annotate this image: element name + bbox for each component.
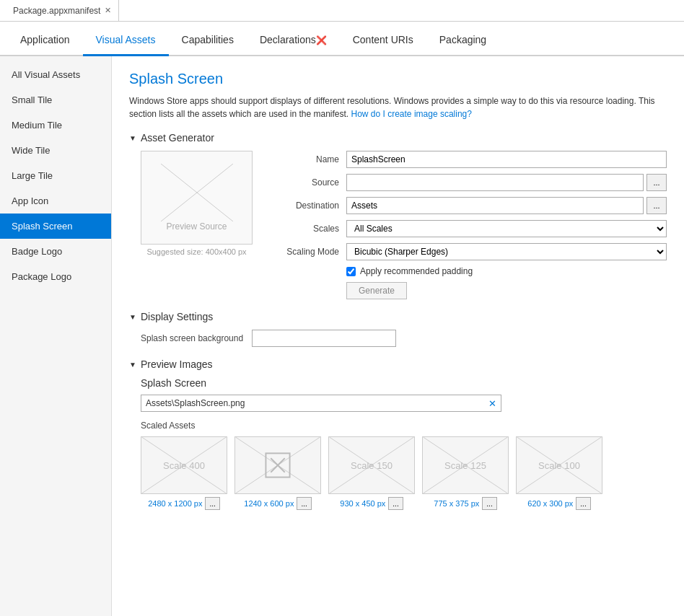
path-text: Assets\SplashScreen.png [141,395,484,412]
nav-tab-content-uris[interactable]: Content URIs [340,25,426,56]
main-layout: All Visual AssetsSmall TileMedium TileWi… [0,56,684,616]
scale-size-0: 2480 x 1200 px [148,499,202,508]
scale-item-4: Scale 100620 x 300 px... [516,436,602,510]
scale-size-4: 620 x 300 px [527,499,573,508]
scaling-mode-input-row: Bicubic (Sharper Edges) Bicubic Nearest … [346,243,667,260]
padding-checkbox-row: Apply recommended padding [346,266,667,276]
padding-checkbox[interactable] [346,267,356,276]
page-title: Splash Screen [129,71,667,87]
preview-size: Suggested size: 400x400 px [141,247,253,256]
scale-size-1: 1240 x 600 px [244,499,294,508]
display-settings-label: Display Settings [141,311,213,322]
nav-tab-declarations[interactable]: Declarations❌ [247,25,340,56]
scale-item-3: Scale 125775 x 375 px... [422,436,509,510]
path-clear-btn[interactable]: ✕ [484,398,501,409]
scale-preview-0: Scale 400 [141,436,227,494]
bg-color-input[interactable] [252,330,396,347]
nav-tab-packaging[interactable]: Packaging [426,25,499,56]
generate-btn-container: Generate [346,282,667,299]
scale-label-3: Scale 125 [444,460,486,471]
source-label: Source [274,177,339,188]
collapse-arrow-icon: ▼ [129,134,136,142]
sidebar-item-splash-screen[interactable]: Splash Screen [0,214,111,239]
scale-label-0: Scale 400 [163,460,205,471]
sidebar-item-large-tile[interactable]: Large Tile [0,163,111,188]
asset-generator-body: Preview Source Suggested size: 400x400 p… [141,151,667,299]
source-input[interactable] [346,174,644,191]
asset-generator-header[interactable]: ▼ Asset Generator [129,132,667,144]
title-bar: Package.appxmanifest ✕ [0,0,684,22]
preview-box-container: Preview Source Suggested size: 400x400 p… [141,151,253,299]
scale-label-4: Scale 100 [538,460,580,471]
scale-browse-btn-0[interactable]: ... [205,497,219,510]
sidebar-item-app-icon[interactable]: App Icon [0,188,111,214]
scale-label-2: Scale 150 [351,460,393,471]
generate-button[interactable]: Generate [346,282,407,299]
scale-browse-btn-2[interactable]: ... [388,497,403,510]
sidebar-item-package-logo[interactable]: Package Logo [0,264,111,289]
sidebar-item-wide-tile[interactable]: Wide Tile [0,138,111,163]
scales-select[interactable]: All Scales 100 125 150 200 400 [346,220,667,237]
scale-item-1: 1240 x 600 px... [234,436,321,510]
scale-info-row-2: 930 x 450 px... [340,497,403,510]
name-input[interactable] [346,151,667,168]
nav-tab-visual-assets[interactable]: Visual Assets [83,25,169,56]
sidebar-item-medium-tile[interactable]: Medium Tile [0,113,111,138]
preview-images-header[interactable]: ▼ Preview Images [129,358,667,370]
display-settings-header[interactable]: ▼ Display Settings [129,311,667,322]
error-icon-declarations: ❌ [316,35,327,45]
scale-item-2: Scale 150930 x 450 px... [328,436,415,510]
display-settings-body: Splash screen background [141,330,667,347]
scale-browse-btn-4[interactable]: ... [576,497,590,510]
title-bar-close-btn[interactable]: ✕ [105,6,111,15]
scale-preview-2: Scale 150 [328,436,415,494]
scale-preview-3: Scale 125 [422,436,509,494]
destination-label: Destination [274,201,339,211]
scale-item-0: Scale 4002480 x 1200 px... [141,436,227,510]
scales-label: Scales [274,224,339,234]
destination-input[interactable] [346,197,644,214]
sidebar-item-all-visual-assets[interactable]: All Visual Assets [0,62,111,87]
scaling-mode-select[interactable]: Bicubic (Sharper Edges) Bicubic Nearest … [346,243,667,260]
scale-browse-btn-3[interactable]: ... [482,497,496,510]
bg-label: Splash screen background [141,333,243,343]
scale-info-row-0: 2480 x 1200 px... [148,497,220,510]
asset-generator-label: Asset Generator [141,132,214,144]
source-browse-btn[interactable]: ... [646,174,667,191]
padding-label: Apply recommended padding [360,266,473,276]
preview-box: Preview Source [141,151,253,245]
content-area: Splash Screen Windows Store apps should … [112,56,684,616]
scale-info-row-1: 1240 x 600 px... [244,497,311,510]
nav-tab-capabilities[interactable]: Capabilities [169,25,247,56]
asset-form: Name Source ... Destination ... Scales [274,151,667,299]
preview-label: Preview Source [166,221,227,232]
top-nav: ApplicationVisual AssetsCapabilitiesDecl… [0,22,684,56]
scale-preview-1 [234,436,321,494]
nav-tab-application[interactable]: Application [7,25,83,56]
preview-sub-title: Splash Screen [141,377,667,389]
sidebar-item-small-tile[interactable]: Small Tile [0,87,111,113]
scaled-assets-label: Scaled Assets [141,421,667,431]
scale-info-row-4: 620 x 300 px... [527,497,590,510]
name-label: Name [274,154,339,164]
preview-images-label: Preview Images [141,358,213,370]
path-row: Assets\SplashScreen.png ✕ [141,395,501,412]
destination-browse-btn[interactable]: ... [646,197,667,214]
collapse-arrow-display-icon: ▼ [129,313,136,321]
destination-input-row: ... [346,197,667,214]
description-1: Windows Store apps should support displa… [129,94,667,120]
sidebar-item-badge-logo[interactable]: Badge Logo [0,239,111,264]
scales-input-row: All Scales 100 125 150 200 400 [346,220,667,237]
source-input-row: ... [346,174,667,191]
scale-size-3: 775 x 375 px [434,499,479,508]
sidebar: All Visual AssetsSmall TileMedium TileWi… [0,56,112,616]
name-input-row [346,151,667,168]
scale-info-row-3: 775 x 375 px... [434,497,496,510]
title-bar-tab[interactable]: Package.appxmanifest ✕ [6,0,119,21]
collapse-arrow-preview-icon: ▼ [129,361,136,369]
preview-diagonal-icon [161,164,233,221]
scale-browse-btn-1[interactable]: ... [297,497,311,510]
scaling-link[interactable]: How do I create image scaling? [351,109,472,119]
scale-size-2: 930 x 450 px [340,499,385,508]
scale-preview-4: Scale 100 [516,436,602,494]
